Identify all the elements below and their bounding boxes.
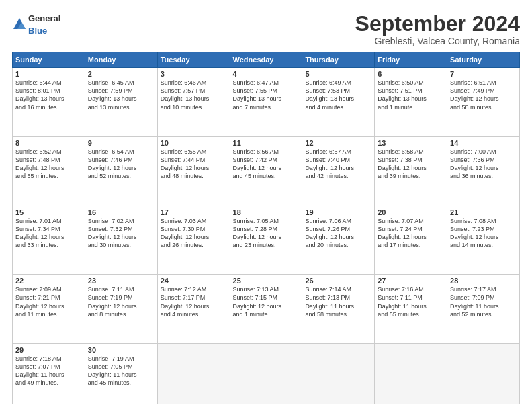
day-info: Sunrise: 7:03 AMSunset: 7:30 PMDaylight:… [161,217,227,250]
day-number: 20 [378,208,444,216]
day-info: Sunrise: 6:50 AMSunset: 7:51 PMDaylight:… [378,79,444,111]
day-info: Sunrise: 7:05 AMSunset: 7:28 PMDaylight:… [233,217,300,250]
day-number: 17 [161,208,227,216]
table-row: 14Sunrise: 7:00 AMSunset: 7:36 PMDayligh… [447,136,520,205]
table-row: 6Sunrise: 6:50 AMSunset: 7:51 PMDaylight… [375,68,447,137]
day-info: Sunrise: 7:06 AMSunset: 7:26 PMDaylight:… [305,217,371,250]
day-number: 15 [15,208,82,216]
table-row: 27Sunrise: 7:16 AMSunset: 7:11 PMDayligh… [375,275,447,344]
page: General Blue September 2024 Greblesti, V… [0,0,532,411]
day-info: Sunrise: 6:52 AMSunset: 7:48 PMDaylight:… [15,148,82,181]
calendar-table: Sunday Monday Tuesday Wednesday Thursday… [12,52,520,404]
day-info: Sunrise: 6:49 AMSunset: 7:53 PMDaylight:… [305,79,371,111]
table-row: 7Sunrise: 6:51 AMSunset: 7:49 PMDaylight… [447,68,520,137]
table-row: 9Sunrise: 6:54 AMSunset: 7:46 PMDaylight… [85,136,157,205]
day-info: Sunrise: 7:14 AMSunset: 7:13 PMDaylight:… [305,285,371,318]
day-info: Sunrise: 7:12 AMSunset: 7:17 PMDaylight:… [161,285,227,318]
day-number: 18 [233,208,300,216]
calendar-week-row: 29Sunrise: 7:18 AMSunset: 7:07 PMDayligh… [13,344,520,404]
day-info: Sunrise: 6:54 AMSunset: 7:46 PMDaylight:… [88,148,154,181]
table-row: 24Sunrise: 7:12 AMSunset: 7:17 PMDayligh… [157,275,230,344]
table-row: 21Sunrise: 7:08 AMSunset: 7:23 PMDayligh… [447,205,520,275]
table-row: 11Sunrise: 6:56 AMSunset: 7:42 PMDayligh… [230,136,302,205]
table-row: 22Sunrise: 7:09 AMSunset: 7:21 PMDayligh… [13,275,85,344]
logo-general: General [28,13,60,24]
day-info: Sunrise: 7:11 AMSunset: 7:19 PMDaylight:… [88,285,154,318]
day-info: Sunrise: 7:16 AMSunset: 7:11 PMDaylight:… [378,285,444,318]
day-number: 26 [305,277,371,285]
table-row [375,344,447,404]
day-number: 29 [15,346,82,354]
day-info: Sunrise: 6:45 AMSunset: 7:59 PMDaylight:… [88,79,154,111]
calendar-week-row: 8Sunrise: 6:52 AMSunset: 7:48 PMDaylight… [13,136,520,205]
calendar-week-row: 22Sunrise: 7:09 AMSunset: 7:21 PMDayligh… [13,275,520,344]
day-info: Sunrise: 7:00 AMSunset: 7:36 PMDaylight:… [450,148,517,181]
col-wednesday: Wednesday [230,52,302,68]
day-info: Sunrise: 7:18 AMSunset: 7:07 PMDaylight:… [15,355,82,387]
day-number: 28 [450,277,517,285]
table-row: 15Sunrise: 7:01 AMSunset: 7:34 PMDayligh… [13,205,85,275]
col-thursday: Thursday [302,52,375,68]
title-area: September 2024 Greblesti, Valcea County,… [60,12,520,46]
day-info: Sunrise: 6:56 AMSunset: 7:42 PMDaylight:… [233,148,300,181]
table-row [302,344,375,404]
table-row: 28Sunrise: 7:17 AMSunset: 7:09 PMDayligh… [447,275,520,344]
day-info: Sunrise: 6:58 AMSunset: 7:38 PMDaylight:… [378,148,444,181]
day-info: Sunrise: 6:51 AMSunset: 7:49 PMDaylight:… [450,79,517,111]
table-row: 18Sunrise: 7:05 AMSunset: 7:28 PMDayligh… [230,205,302,275]
header: General Blue September 2024 Greblesti, V… [12,12,520,46]
table-row: 30Sunrise: 7:19 AMSunset: 7:05 PMDayligh… [85,344,157,404]
day-number: 10 [161,139,227,147]
day-number: 1 [15,70,82,78]
day-number: 12 [305,139,371,147]
day-info: Sunrise: 7:19 AMSunset: 7:05 PMDaylight:… [88,355,154,387]
day-info: Sunrise: 6:44 AMSunset: 8:01 PMDaylight:… [15,79,82,111]
table-row: 5Sunrise: 6:49 AMSunset: 7:53 PMDaylight… [302,68,375,137]
day-number: 8 [15,139,82,147]
table-row: 20Sunrise: 7:07 AMSunset: 7:24 PMDayligh… [375,205,447,275]
day-number: 25 [233,277,300,285]
table-row [230,344,302,404]
calendar-week-row: 15Sunrise: 7:01 AMSunset: 7:34 PMDayligh… [13,205,520,275]
day-number: 14 [450,139,517,147]
day-info: Sunrise: 7:17 AMSunset: 7:09 PMDaylight:… [450,285,517,318]
day-info: Sunrise: 7:01 AMSunset: 7:34 PMDaylight:… [15,217,82,250]
table-row: 8Sunrise: 6:52 AMSunset: 7:48 PMDaylight… [13,136,85,205]
col-sunday: Sunday [13,52,85,68]
table-row: 13Sunrise: 6:58 AMSunset: 7:38 PMDayligh… [375,136,447,205]
col-friday: Friday [375,52,447,68]
day-number: 22 [15,277,82,285]
day-info: Sunrise: 7:08 AMSunset: 7:23 PMDaylight:… [450,217,517,250]
month-title: September 2024 [60,12,520,36]
logo: General Blue [12,12,60,36]
day-info: Sunrise: 6:47 AMSunset: 7:55 PMDaylight:… [233,79,300,111]
day-info: Sunrise: 6:55 AMSunset: 7:44 PMDaylight:… [161,148,227,181]
day-number: 9 [88,139,154,147]
table-row: 16Sunrise: 7:02 AMSunset: 7:32 PMDayligh… [85,205,157,275]
day-info: Sunrise: 6:46 AMSunset: 7:57 PMDaylight:… [161,79,227,111]
table-row: 17Sunrise: 7:03 AMSunset: 7:30 PMDayligh… [157,205,230,275]
col-tuesday: Tuesday [157,52,230,68]
day-number: 16 [88,208,154,216]
table-row: 23Sunrise: 7:11 AMSunset: 7:19 PMDayligh… [85,275,157,344]
day-info: Sunrise: 7:02 AMSunset: 7:32 PMDaylight:… [88,217,154,250]
day-info: Sunrise: 6:57 AMSunset: 7:40 PMDaylight:… [305,148,371,181]
day-number: 5 [305,70,371,78]
day-number: 11 [233,139,300,147]
table-row: 2Sunrise: 6:45 AMSunset: 7:59 PMDaylight… [85,68,157,137]
table-row: 4Sunrise: 6:47 AMSunset: 7:55 PMDaylight… [230,68,302,137]
calendar-week-row: 1Sunrise: 6:44 AMSunset: 8:01 PMDaylight… [13,68,520,137]
day-number: 19 [305,208,371,216]
day-number: 6 [378,70,444,78]
table-row: 29Sunrise: 7:18 AMSunset: 7:07 PMDayligh… [13,344,85,404]
day-number: 30 [88,346,154,354]
table-row: 26Sunrise: 7:14 AMSunset: 7:13 PMDayligh… [302,275,375,344]
day-info: Sunrise: 7:07 AMSunset: 7:24 PMDaylight:… [378,217,444,250]
calendar-header-row: Sunday Monday Tuesday Wednesday Thursday… [13,52,520,68]
table-row: 25Sunrise: 7:13 AMSunset: 7:15 PMDayligh… [230,275,302,344]
table-row: 19Sunrise: 7:06 AMSunset: 7:26 PMDayligh… [302,205,375,275]
day-number: 21 [450,208,517,216]
col-monday: Monday [85,52,157,68]
table-row: 3Sunrise: 6:46 AMSunset: 7:57 PMDaylight… [157,68,230,137]
logo-blue: Blue [28,26,47,36]
